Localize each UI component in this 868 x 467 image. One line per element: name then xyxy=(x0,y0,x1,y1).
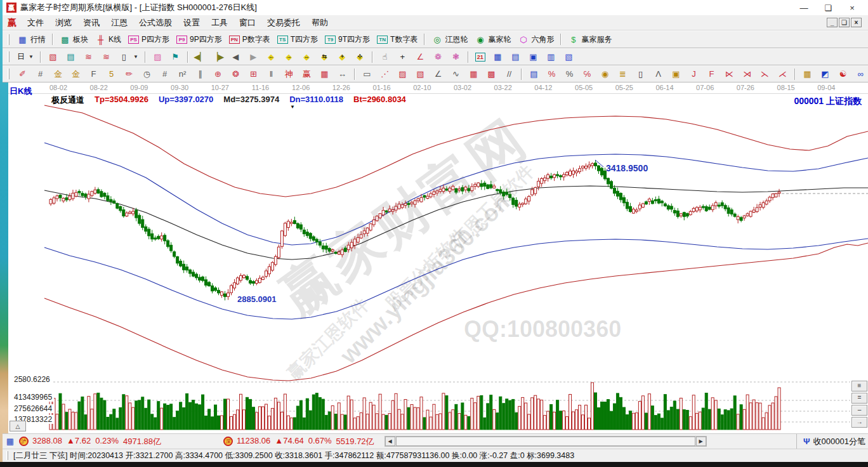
period-day-dropdown[interactable]: 日▼ xyxy=(14,50,37,63)
gann-wheel-button[interactable]: ◎江恩轮 xyxy=(428,33,471,46)
candle-pen-tool[interactable]: ▯ xyxy=(632,68,649,81)
hexagon-button[interactable]: ⬡六角形 xyxy=(515,33,557,46)
restore-button[interactable]: ❏ xyxy=(816,3,840,13)
toolbar-grip[interactable] xyxy=(8,69,10,79)
red-grid2-tool[interactable]: ▩ xyxy=(483,68,500,81)
diamond-hexpand-button[interactable]: ◆↔ xyxy=(298,51,315,63)
parallel-tool[interactable]: ∥ xyxy=(192,68,209,81)
mini-chart-tool[interactable]: ◩ xyxy=(817,68,834,81)
diamond-expand-button[interactable]: ◆✣ xyxy=(352,51,369,63)
volume-scale-button-2[interactable]: = xyxy=(852,393,867,404)
winner-service-button[interactable]: $赢家服务 xyxy=(565,33,615,46)
calendar-button[interactable]: 21 xyxy=(472,51,489,63)
quote-grid-icon[interactable]: ▦ xyxy=(5,437,15,446)
nav-first-button[interactable]: ◀▏ xyxy=(192,51,209,63)
updown-3-icon[interactable]: ≋ xyxy=(80,51,97,63)
crosshair-tool-button[interactable]: + xyxy=(394,51,411,63)
winner-wheel-button[interactable]: ◉赢家轮 xyxy=(471,33,514,46)
minimize-button[interactable]: — xyxy=(792,3,816,13)
red-grid-tool[interactable]: ▦ xyxy=(465,68,482,81)
circle-cross-tool[interactable]: ⊕ xyxy=(209,68,227,81)
gold-lines-tool[interactable]: ≣ xyxy=(614,68,631,81)
horizontal-scrollbar[interactable]: ◀ ▶ xyxy=(385,436,707,447)
pattern-box-icon[interactable]: ▨ xyxy=(149,51,166,63)
wave-tool[interactable]: Λ xyxy=(650,68,667,81)
infinity-tool[interactable]: ∞ xyxy=(852,68,868,81)
diamond-right-button[interactable]: ◆→ xyxy=(280,51,298,63)
mdi-restore-button[interactable]: ❏ xyxy=(839,18,850,27)
info-panel-icon[interactable]: ▤ xyxy=(62,51,79,63)
toolbar-grip[interactable] xyxy=(8,34,10,45)
hash-grid-tool[interactable]: # xyxy=(32,68,49,81)
percent-tool[interactable]: % xyxy=(561,68,578,81)
angle-line-tool[interactable]: ∠ xyxy=(430,68,447,81)
circle-grid-tool[interactable]: ⊞ xyxy=(245,68,262,81)
diamond-swap-button[interactable]: ◆⇆ xyxy=(316,51,333,63)
volume-scale-button-1[interactable]: ≡ xyxy=(852,381,867,391)
percent-gold-tool[interactable]: ℅ xyxy=(579,68,596,81)
save-button[interactable]: ▣ xyxy=(525,51,542,63)
ying-tool[interactable]: 赢 xyxy=(298,68,315,81)
shenzhen-index-quote[interactable]: 11238.06 ▲74.64 0.67% 5519.72亿 xyxy=(237,436,374,447)
diamond-left-button[interactable]: ◆← xyxy=(263,51,280,63)
shen-tool[interactable]: 神 xyxy=(280,68,298,81)
f-angle-tool[interactable]: F xyxy=(703,68,720,81)
circle-star-tool[interactable]: ❂ xyxy=(227,68,244,81)
scroll-right-arrow[interactable]: ▶ xyxy=(696,437,706,446)
p-table-button[interactable]: PNP数字表 xyxy=(226,33,273,46)
price-volume-plot[interactable]: 3418.95002885.0901 xyxy=(8,82,868,433)
tick-view-link[interactable]: Ψ 收000001分笔 xyxy=(796,434,865,449)
volume-scale-button-3[interactable]: – xyxy=(852,405,867,416)
box-range-tool[interactable]: ▭ xyxy=(358,68,376,81)
trend-tool-4[interactable]: ⋌ xyxy=(774,68,791,81)
chart-pane[interactable]: 08-0208-2209-0909-3010-2711-1612-0612-26… xyxy=(8,82,868,433)
fan-box2-tool[interactable]: ▧ xyxy=(412,68,429,81)
p-square-button[interactable]: PSP四方形 xyxy=(125,33,173,46)
ruler-grid-tool[interactable]: ▦ xyxy=(316,68,333,81)
sectors-button[interactable]: ▩板块 xyxy=(56,33,91,46)
scrollbar-thumb[interactable] xyxy=(396,437,695,446)
toolbar-grip[interactable] xyxy=(8,51,10,62)
gold-box-tool[interactable]: ▣ xyxy=(667,68,685,81)
golden-grid2-tool[interactable]: 金 xyxy=(67,68,84,81)
bars-tool[interactable]: ‖ xyxy=(263,68,280,81)
time-circle-tool[interactable]: ◷ xyxy=(138,68,155,81)
f-grid-tool[interactable]: F xyxy=(85,68,102,81)
menu-trade-order[interactable]: 交易委托 xyxy=(261,16,306,29)
scroll-left-arrow[interactable]: ◀ xyxy=(385,437,395,446)
menu-news[interactable]: 资讯 xyxy=(77,16,105,29)
nav-prev-button[interactable]: ◀ xyxy=(227,51,244,63)
table-123-tool[interactable]: ▤ xyxy=(525,68,542,81)
9t-square-button[interactable]: T99T四方形 xyxy=(322,33,373,46)
grid-panel-tool[interactable]: ▦ xyxy=(799,68,816,81)
n-square-tool[interactable]: n² xyxy=(174,68,191,81)
signal-flag-icon[interactable]: ⚑ xyxy=(167,51,184,63)
quotes-button[interactable]: ▦行情 xyxy=(14,33,49,46)
golden-grid-tool[interactable]: 金 xyxy=(49,68,67,81)
fan-box-tool[interactable]: ▨ xyxy=(394,68,411,81)
t-table-button[interactable]: TNT数字表 xyxy=(374,33,421,46)
percent-band-tool[interactable]: % xyxy=(543,68,560,81)
j-angle-tool[interactable]: J xyxy=(685,68,702,81)
hand-tool-button[interactable]: ☝ xyxy=(376,51,393,63)
pane-expand-button[interactable]: △ xyxy=(10,421,26,431)
t-square-button[interactable]: TST四方形 xyxy=(274,33,321,46)
brain-tool-button[interactable]: ❃ xyxy=(447,51,464,63)
yinyang-tool[interactable]: ☯ xyxy=(834,68,852,81)
menu-window[interactable]: 窗口 xyxy=(233,16,261,29)
pencil-tool[interactable]: ✐ xyxy=(14,68,31,81)
close-button[interactable]: × xyxy=(840,3,864,13)
stock-filter-icon[interactable]: ▧ xyxy=(44,51,62,63)
report-button[interactable]: ▤ xyxy=(507,51,524,63)
mdi-close-button[interactable]: × xyxy=(851,18,862,27)
five-circle-tool[interactable]: 5 xyxy=(103,68,120,81)
indicator-caret-icon[interactable]: ▼ xyxy=(290,104,295,110)
menu-help[interactable]: 帮助 xyxy=(306,16,334,29)
menu-browse[interactable]: 浏览 xyxy=(49,16,77,29)
kline-button[interactable]: ╫K线 xyxy=(92,33,124,46)
gold-circle-tool[interactable]: ◉ xyxy=(596,68,614,81)
volume-scale-button-4[interactable]: → xyxy=(852,417,867,428)
menu-gann[interactable]: 江恩 xyxy=(105,16,133,29)
menu-settings[interactable]: 设置 xyxy=(178,16,206,29)
calculator-button[interactable]: ▦ xyxy=(489,51,506,63)
